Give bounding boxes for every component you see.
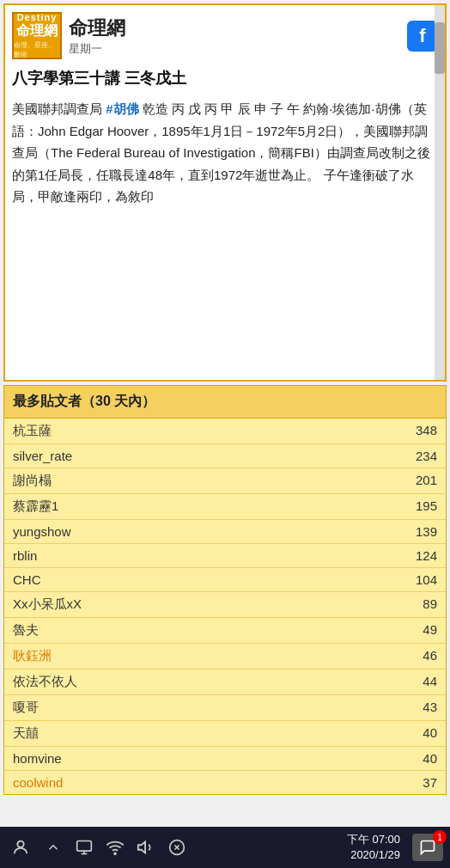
wifi-icon[interactable]	[101, 834, 129, 861]
poster-row: CHC104	[4, 568, 446, 592]
svg-point-0	[17, 841, 23, 847]
person-icon[interactable]	[7, 834, 34, 861]
poster-name[interactable]: 蔡霹靂1	[13, 498, 58, 515]
poster-name[interactable]: coolwind	[13, 775, 63, 790]
poster-row: 嗄哥43	[4, 695, 446, 721]
poster-count: 43	[423, 700, 437, 716]
poster-row: 天囍40	[4, 721, 446, 747]
poster-name[interactable]: 謝尚榻	[13, 473, 52, 489]
poster-row: 魯夫49	[4, 618, 446, 644]
volume-icon[interactable]	[132, 834, 160, 861]
poster-row: 耿鈺洲46	[4, 644, 446, 669]
poster-name[interactable]: homvine	[13, 751, 62, 766]
chat-badge: 1	[433, 830, 447, 844]
poster-count: 234	[416, 449, 437, 463]
poster-count: 40	[423, 725, 437, 742]
taskbar-icons-group	[40, 834, 191, 861]
article-body: 美國聯邦調查局 #胡佛 乾造 丙 戊 丙 甲 辰 申 子 午 約翰·埃德加·胡佛…	[12, 98, 438, 208]
poster-row: yungshow139	[4, 520, 446, 544]
article-title: 八字學第三十講 三冬戊土	[12, 68, 438, 89]
poster-row: homvine40	[4, 747, 446, 771]
poster-section-header: 最多貼文者（30 天內）	[4, 386, 446, 419]
poster-count: 49	[423, 622, 437, 639]
poster-name[interactable]: 杭玉薩	[13, 423, 52, 439]
poster-name[interactable]: rblin	[13, 548, 37, 563]
day-label: 星期一	[69, 41, 407, 57]
logo-subtitle-text: 命理、星座、數術	[14, 40, 60, 59]
logo-destiny-text: Destiny	[17, 12, 58, 22]
poster-name[interactable]: Xx小呆瓜xX	[13, 596, 82, 613]
article-section: Destiny 命理網 命理、星座、數術 命理網 星期一 f 八字學第三十講 三…	[3, 3, 447, 382]
poster-count: 201	[416, 473, 437, 489]
poster-row: 杭玉薩348	[4, 419, 446, 444]
poster-row: coolwind37	[4, 771, 446, 794]
poster-row: 蔡霹靂1195	[4, 494, 446, 520]
poster-name[interactable]: yungshow	[13, 524, 71, 539]
taskbar-time: 下午 07:00	[347, 832, 400, 847]
poster-count: 46	[423, 648, 437, 664]
scrollbar[interactable]	[435, 5, 445, 380]
poster-count: 44	[423, 674, 437, 690]
poster-name[interactable]: silver_rate	[13, 449, 72, 463]
taskbar: 下午 07:00 2020/1/29 1	[0, 827, 450, 868]
taskbar-date: 2020/1/29	[347, 847, 400, 863]
chat-icon[interactable]: 1	[412, 834, 443, 861]
poster-count: 124	[416, 548, 437, 563]
poster-count: 37	[423, 775, 437, 790]
poster-name[interactable]: 天囍	[13, 725, 39, 742]
poster-count: 348	[416, 423, 437, 439]
poster-row: 謝尚榻201	[4, 468, 446, 494]
poster-row: Xx小呆瓜xX89	[4, 592, 446, 618]
site-logo: Destiny 命理網 命理、星座、數術	[12, 12, 62, 59]
poster-name[interactable]: 嗄哥	[13, 700, 39, 716]
close-icon[interactable]	[163, 834, 191, 861]
facebook-icon[interactable]: f	[407, 21, 438, 52]
poster-count: 89	[423, 596, 437, 613]
poster-count: 195	[416, 498, 437, 515]
taskbar-datetime: 下午 07:00 2020/1/29	[347, 832, 400, 863]
poster-count: 139	[416, 524, 437, 539]
hashtag-hufo: #胡佛	[106, 101, 138, 116]
poster-name[interactable]: 耿鈺洲	[13, 648, 52, 664]
svg-point-4	[114, 853, 116, 854]
poster-count: 40	[423, 751, 437, 766]
logo-chinese-text: 命理網	[16, 22, 58, 40]
poster-section: 最多貼文者（30 天內） 杭玉薩348silver_rate234謝尚榻201蔡…	[3, 385, 447, 795]
poster-row: silver_rate234	[4, 444, 446, 468]
poster-list: 杭玉薩348silver_rate234謝尚榻201蔡霹靂1195yungsho…	[4, 419, 446, 794]
monitor-icon[interactable]	[70, 834, 98, 861]
article-header: Destiny 命理網 命理、星座、數術 命理網 星期一 f	[12, 12, 438, 59]
svg-marker-5	[138, 842, 145, 853]
svg-rect-1	[77, 841, 92, 852]
poster-row: rblin124	[4, 544, 446, 568]
poster-name[interactable]: 魯夫	[13, 622, 39, 639]
poster-count: 104	[416, 572, 437, 587]
scrollbar-thumb[interactable]	[435, 22, 445, 74]
site-name: 命理網	[69, 15, 407, 41]
poster-name[interactable]: CHC	[13, 572, 41, 587]
poster-name[interactable]: 依法不依人	[13, 674, 77, 690]
poster-row: 依法不依人44	[4, 669, 446, 695]
chevron-up-icon[interactable]	[40, 834, 67, 861]
